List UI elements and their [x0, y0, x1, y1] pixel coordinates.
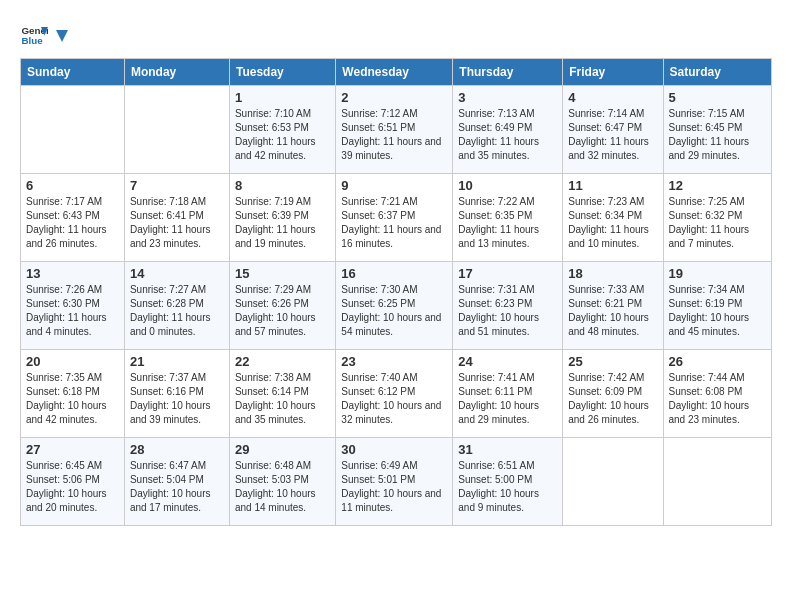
day-info: Sunrise: 6:49 AM Sunset: 5:01 PM Dayligh…	[341, 459, 447, 515]
day-info: Sunrise: 6:48 AM Sunset: 5:03 PM Dayligh…	[235, 459, 330, 515]
calendar-cell: 27Sunrise: 6:45 AM Sunset: 5:06 PM Dayli…	[21, 438, 125, 526]
day-number: 16	[341, 266, 447, 281]
day-number: 11	[568, 178, 657, 193]
day-info: Sunrise: 7:33 AM Sunset: 6:21 PM Dayligh…	[568, 283, 657, 339]
day-number: 1	[235, 90, 330, 105]
day-info: Sunrise: 7:15 AM Sunset: 6:45 PM Dayligh…	[669, 107, 767, 163]
calendar-table: SundayMondayTuesdayWednesdayThursdayFrid…	[20, 58, 772, 526]
day-info: Sunrise: 7:31 AM Sunset: 6:23 PM Dayligh…	[458, 283, 557, 339]
day-info: Sunrise: 6:51 AM Sunset: 5:00 PM Dayligh…	[458, 459, 557, 515]
calendar-cell: 4Sunrise: 7:14 AM Sunset: 6:47 PM Daylig…	[563, 86, 663, 174]
day-info: Sunrise: 7:44 AM Sunset: 6:08 PM Dayligh…	[669, 371, 767, 427]
week-row-3: 13Sunrise: 7:26 AM Sunset: 6:30 PM Dayli…	[21, 262, 772, 350]
day-number: 19	[669, 266, 767, 281]
day-number: 28	[130, 442, 224, 457]
calendar-cell: 29Sunrise: 6:48 AM Sunset: 5:03 PM Dayli…	[229, 438, 335, 526]
day-number: 13	[26, 266, 119, 281]
col-header-sunday: Sunday	[21, 59, 125, 86]
day-info: Sunrise: 7:38 AM Sunset: 6:14 PM Dayligh…	[235, 371, 330, 427]
calendar-cell: 13Sunrise: 7:26 AM Sunset: 6:30 PM Dayli…	[21, 262, 125, 350]
day-number: 25	[568, 354, 657, 369]
calendar-cell: 7Sunrise: 7:18 AM Sunset: 6:41 PM Daylig…	[124, 174, 229, 262]
day-number: 29	[235, 442, 330, 457]
day-number: 7	[130, 178, 224, 193]
calendar-cell: 18Sunrise: 7:33 AM Sunset: 6:21 PM Dayli…	[563, 262, 663, 350]
day-number: 3	[458, 90, 557, 105]
day-number: 6	[26, 178, 119, 193]
col-header-monday: Monday	[124, 59, 229, 86]
day-number: 10	[458, 178, 557, 193]
day-info: Sunrise: 7:22 AM Sunset: 6:35 PM Dayligh…	[458, 195, 557, 251]
day-number: 31	[458, 442, 557, 457]
calendar-cell: 12Sunrise: 7:25 AM Sunset: 6:32 PM Dayli…	[663, 174, 772, 262]
day-number: 4	[568, 90, 657, 105]
day-number: 22	[235, 354, 330, 369]
day-number: 17	[458, 266, 557, 281]
day-info: Sunrise: 7:30 AM Sunset: 6:25 PM Dayligh…	[341, 283, 447, 339]
day-info: Sunrise: 7:35 AM Sunset: 6:18 PM Dayligh…	[26, 371, 119, 427]
day-info: Sunrise: 7:42 AM Sunset: 6:09 PM Dayligh…	[568, 371, 657, 427]
week-row-5: 27Sunrise: 6:45 AM Sunset: 5:06 PM Dayli…	[21, 438, 772, 526]
day-info: Sunrise: 7:12 AM Sunset: 6:51 PM Dayligh…	[341, 107, 447, 163]
col-header-saturday: Saturday	[663, 59, 772, 86]
week-row-1: 1Sunrise: 7:10 AM Sunset: 6:53 PM Daylig…	[21, 86, 772, 174]
day-number: 12	[669, 178, 767, 193]
col-header-wednesday: Wednesday	[336, 59, 453, 86]
calendar-cell: 24Sunrise: 7:41 AM Sunset: 6:11 PM Dayli…	[453, 350, 563, 438]
calendar-cell: 26Sunrise: 7:44 AM Sunset: 6:08 PM Dayli…	[663, 350, 772, 438]
day-number: 30	[341, 442, 447, 457]
day-number: 5	[669, 90, 767, 105]
day-info: Sunrise: 7:37 AM Sunset: 6:16 PM Dayligh…	[130, 371, 224, 427]
page-header: General Blue	[20, 20, 772, 48]
calendar-cell	[663, 438, 772, 526]
calendar-cell	[563, 438, 663, 526]
day-info: Sunrise: 7:29 AM Sunset: 6:26 PM Dayligh…	[235, 283, 330, 339]
calendar-cell: 17Sunrise: 7:31 AM Sunset: 6:23 PM Dayli…	[453, 262, 563, 350]
calendar-cell: 2Sunrise: 7:12 AM Sunset: 6:51 PM Daylig…	[336, 86, 453, 174]
calendar-cell: 19Sunrise: 7:34 AM Sunset: 6:19 PM Dayli…	[663, 262, 772, 350]
day-info: Sunrise: 6:47 AM Sunset: 5:04 PM Dayligh…	[130, 459, 224, 515]
calendar-cell: 15Sunrise: 7:29 AM Sunset: 6:26 PM Dayli…	[229, 262, 335, 350]
day-number: 2	[341, 90, 447, 105]
day-number: 14	[130, 266, 224, 281]
day-info: Sunrise: 7:25 AM Sunset: 6:32 PM Dayligh…	[669, 195, 767, 251]
calendar-cell: 22Sunrise: 7:38 AM Sunset: 6:14 PM Dayli…	[229, 350, 335, 438]
calendar-cell: 9Sunrise: 7:21 AM Sunset: 6:37 PM Daylig…	[336, 174, 453, 262]
day-info: Sunrise: 7:17 AM Sunset: 6:43 PM Dayligh…	[26, 195, 119, 251]
calendar-cell: 25Sunrise: 7:42 AM Sunset: 6:09 PM Dayli…	[563, 350, 663, 438]
calendar-cell: 14Sunrise: 7:27 AM Sunset: 6:28 PM Dayli…	[124, 262, 229, 350]
calendar-cell: 16Sunrise: 7:30 AM Sunset: 6:25 PM Dayli…	[336, 262, 453, 350]
calendar-cell	[124, 86, 229, 174]
col-header-tuesday: Tuesday	[229, 59, 335, 86]
svg-marker-3	[56, 30, 68, 42]
col-header-thursday: Thursday	[453, 59, 563, 86]
day-info: Sunrise: 7:21 AM Sunset: 6:37 PM Dayligh…	[341, 195, 447, 251]
day-number: 24	[458, 354, 557, 369]
day-info: Sunrise: 7:26 AM Sunset: 6:30 PM Dayligh…	[26, 283, 119, 339]
week-row-2: 6Sunrise: 7:17 AM Sunset: 6:43 PM Daylig…	[21, 174, 772, 262]
col-header-friday: Friday	[563, 59, 663, 86]
day-info: Sunrise: 7:10 AM Sunset: 6:53 PM Dayligh…	[235, 107, 330, 163]
calendar-cell: 1Sunrise: 7:10 AM Sunset: 6:53 PM Daylig…	[229, 86, 335, 174]
day-number: 18	[568, 266, 657, 281]
logo-icon: General Blue	[20, 20, 48, 48]
logo-arrow-icon	[52, 26, 72, 46]
day-info: Sunrise: 6:45 AM Sunset: 5:06 PM Dayligh…	[26, 459, 119, 515]
day-number: 23	[341, 354, 447, 369]
logo: General Blue	[20, 20, 72, 48]
calendar-header-row: SundayMondayTuesdayWednesdayThursdayFrid…	[21, 59, 772, 86]
calendar-cell: 11Sunrise: 7:23 AM Sunset: 6:34 PM Dayli…	[563, 174, 663, 262]
calendar-cell: 20Sunrise: 7:35 AM Sunset: 6:18 PM Dayli…	[21, 350, 125, 438]
day-info: Sunrise: 7:18 AM Sunset: 6:41 PM Dayligh…	[130, 195, 224, 251]
day-number: 20	[26, 354, 119, 369]
day-number: 21	[130, 354, 224, 369]
day-number: 26	[669, 354, 767, 369]
week-row-4: 20Sunrise: 7:35 AM Sunset: 6:18 PM Dayli…	[21, 350, 772, 438]
calendar-cell: 30Sunrise: 6:49 AM Sunset: 5:01 PM Dayli…	[336, 438, 453, 526]
day-info: Sunrise: 7:34 AM Sunset: 6:19 PM Dayligh…	[669, 283, 767, 339]
calendar-cell: 10Sunrise: 7:22 AM Sunset: 6:35 PM Dayli…	[453, 174, 563, 262]
day-number: 9	[341, 178, 447, 193]
day-number: 15	[235, 266, 330, 281]
svg-text:Blue: Blue	[21, 35, 43, 46]
calendar-cell: 3Sunrise: 7:13 AM Sunset: 6:49 PM Daylig…	[453, 86, 563, 174]
